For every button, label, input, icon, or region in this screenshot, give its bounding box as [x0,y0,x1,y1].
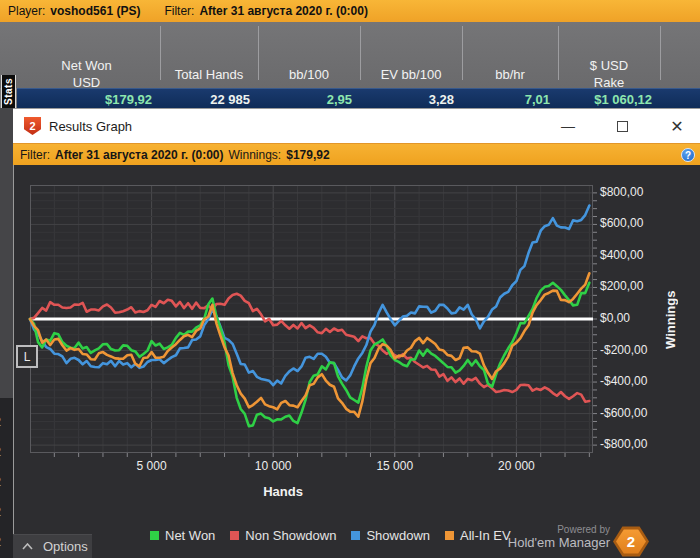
results-chart[interactable] [30,185,605,465]
stat-value-0: $179,92 [13,90,160,108]
close-button[interactable]: ✕ [655,109,699,143]
winnings-label: Winnings: [229,148,282,162]
stat-value-2: 2,95 [258,90,360,108]
legend-label: Showdown [366,528,430,543]
column-header-label: bb/100 [289,67,329,84]
chevron-up-icon [22,543,33,550]
background-left-strip-lower: 22222 [0,398,13,558]
background-text-fragment: 2 [0,534,6,549]
x-tick-label: 20 000 [471,459,561,473]
graph-filter-bar: Filter: After 31 августа 2020 г. (0:00) … [13,143,700,165]
y-tick-label: $600,00 [600,216,670,230]
screen: Player: voshod561 (PS) Filter: After 31 … [0,0,700,558]
graph-filter-value: After 31 августа 2020 г. (0:00) [55,148,224,162]
options-button[interactable]: Options [12,534,92,558]
powered-by-line1: Powered by [440,524,610,536]
stat-value-5: $1 060,12 [558,90,660,108]
player-label: Player: [8,4,45,18]
filter-label: Filter: [164,4,194,18]
column-header-label: $ USD Rake [573,58,645,92]
y-tick-label: $800,00 [600,185,670,199]
legend-item-non-showdown: Non Showdown [230,528,336,543]
background-text-fragment: 2 [0,444,6,459]
legend-swatch [150,531,159,540]
column-header-label: Net Won USD [51,58,123,92]
background-text-fragment: 2 [0,414,6,429]
column-separator [160,26,161,80]
x-tick-label: 10 000 [228,459,318,473]
powered-by: Powered by Hold'em Manager [440,524,610,550]
graph-filter-label: Filter: [20,148,50,162]
l-button[interactable]: L [16,345,38,368]
column-header-label: EV bb/100 [381,67,442,84]
x-tick-label: 5 000 [107,459,197,473]
column-separator [558,26,559,80]
maximize-icon [617,121,628,132]
filter-value: After 31 августа 2020 г. (0:00) [199,4,368,18]
legend-swatch [351,531,360,540]
window-titlebar[interactable]: 2 Results Graph [13,109,700,143]
background-text-fragment: 2 [0,474,6,489]
y-tick-label: -$800,00 [600,437,670,451]
winnings-value: $179,92 [286,148,329,162]
stat-value-3: 3,28 [360,90,462,108]
legend-item-net-won: Net Won [150,528,215,543]
legend-swatch [230,531,239,540]
options-label: Options [43,539,88,554]
stat-value-4: 7,01 [462,90,558,108]
background-text-fragment: 2 [0,504,6,519]
help-icon[interactable]: ? [681,148,695,162]
column-separator [360,26,361,80]
x-axis-title: Hands [238,484,328,499]
column-separator [258,26,259,80]
x-tick-label: 15 000 [350,459,440,473]
stat-value-1: 22 985 [160,90,258,108]
column-header-label: Total Hands [175,67,244,84]
background-left-strip [0,108,13,398]
column-separator [462,26,463,80]
stats-table-header: Net Won USDTotal Handsbb/100EV bb/100bb/… [0,22,700,88]
series-net-won [30,283,589,426]
legend-label: Non Showdown [245,528,336,543]
window-title: Results Graph [49,119,132,134]
powered-by-line2: Hold'em Manager [440,536,610,551]
player-filter-bar: Player: voshod561 (PS) Filter: After 31 … [0,0,700,22]
hm2-hex-logo-inner: 2 [616,529,646,554]
column-separator [660,26,661,80]
legend-item-showdown: Showdown [351,528,430,543]
y-tick-label: -$600,00 [600,406,670,420]
player-value: voshod561 (PS) [50,4,140,18]
stats-tab[interactable]: Stats [1,75,16,109]
maximize-button[interactable] [600,109,644,143]
y-axis-title: Winnings [659,250,681,390]
legend-label: Net Won [165,528,215,543]
series-all-in-ev [30,273,589,416]
stats-table-row[interactable]: $179,9222 9852,953,287,01$1 060,12 [17,88,700,108]
column-header-label: bb/hr [495,67,525,84]
minimize-button[interactable]: — [546,109,590,143]
hm2-shield-icon: 2 [24,117,41,135]
